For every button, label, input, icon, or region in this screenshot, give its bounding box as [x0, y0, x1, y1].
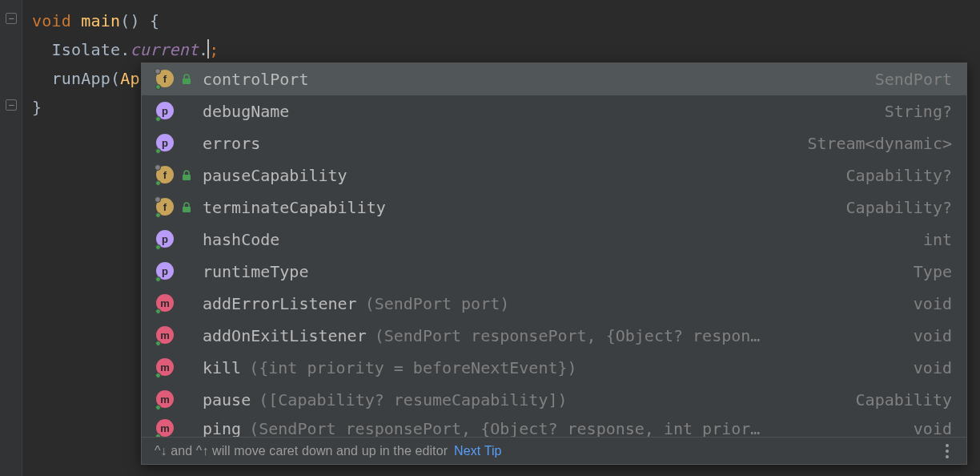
completion-item[interactable]: maddOnExitListener(SendPort responsePort…: [142, 320, 966, 352]
fold-icon[interactable]: −: [6, 13, 17, 24]
p-icon: p: [156, 262, 175, 281]
p-icon: p: [156, 230, 175, 249]
m-icon: m: [156, 294, 175, 313]
function-name: main: [81, 11, 120, 30]
m-icon: m: [156, 326, 175, 345]
svg-rect-1: [183, 175, 191, 180]
p-icon: p: [156, 134, 175, 153]
keyword: void: [32, 11, 71, 30]
p-icon: p: [156, 102, 175, 121]
semicolon: ;: [209, 40, 219, 59]
completion-item[interactable]: pdebugNameString?: [142, 95, 966, 127]
completion-item[interactable]: maddErrorListener(SendPort port)void: [142, 288, 966, 320]
call: runApp: [51, 69, 110, 88]
property: current: [130, 40, 199, 59]
completion-return-type: SendPort: [861, 70, 952, 89]
completion-name: kill: [203, 358, 241, 377]
completion-item[interactable]: perrorsStream<dynamic>: [142, 127, 966, 159]
brace: }: [32, 98, 42, 117]
completion-item[interactable]: fpauseCapabilityCapability?: [142, 159, 966, 192]
f-icon: f: [156, 198, 175, 217]
completion-name: controlPort: [203, 70, 308, 89]
completion-item[interactable]: fcontrolPortSendPort: [142, 63, 966, 95]
lock-icon: [180, 201, 193, 214]
completion-item[interactable]: mping(SendPort responsePort, {Object? re…: [142, 416, 966, 437]
editor-gutter: − −: [0, 0, 22, 476]
completion-return-type: String?: [870, 102, 952, 121]
m-icon: m: [156, 358, 175, 377]
completion-params: (SendPort port): [365, 294, 510, 313]
completion-item[interactable]: fterminateCapabilityCapability?: [142, 192, 966, 224]
completion-item[interactable]: mkill({int priority = beforeNextEvent})v…: [142, 352, 966, 384]
svg-rect-0: [183, 79, 191, 84]
completion-params: (SendPort responsePort, {Object? respons…: [249, 419, 760, 437]
completion-return-type: void: [899, 294, 952, 313]
completion-params: ({int priority = beforeNextEvent}): [249, 358, 576, 377]
f-icon: f: [156, 70, 175, 89]
completion-params: ([Capability? resumeCapability]): [259, 390, 567, 409]
m-icon: m: [156, 419, 175, 437]
f-icon: f: [156, 166, 175, 185]
completion-list: fcontrolPortSendPortpdebugNameString?per…: [142, 63, 966, 437]
fold-icon[interactable]: −: [6, 99, 17, 111]
completion-item[interactable]: phashCodeint: [142, 224, 966, 256]
next-tip-link[interactable]: Next Tip: [454, 444, 502, 458]
completion-name: errors: [203, 134, 260, 153]
svg-rect-2: [183, 207, 191, 212]
completion-footer: ^↓ and ^↑ will move caret down and up in…: [142, 437, 966, 464]
completion-item[interactable]: mpause([Capability? resumeCapability])Ca…: [142, 384, 966, 416]
completion-return-type: void: [899, 419, 952, 437]
m-icon: m: [156, 390, 175, 409]
completion-name: runtimeType: [203, 262, 308, 281]
completion-popup: fcontrolPortSendPortpdebugNameString?per…: [141, 63, 967, 465]
lock-icon: [180, 169, 193, 182]
completion-params: (SendPort responsePort, {Object? respon…: [375, 326, 761, 345]
footer-hint: ^↓ and ^↑ will move caret down and up in…: [155, 444, 448, 458]
completion-return-type: Type: [899, 262, 952, 281]
completion-name: ping: [203, 419, 241, 437]
completion-name: pauseCapability: [203, 166, 347, 185]
completion-return-type: void: [899, 358, 952, 377]
completion-name: pause: [203, 390, 251, 409]
more-icon[interactable]: [938, 441, 957, 462]
completion-return-type: Capability?: [832, 198, 952, 217]
completion-return-type: int: [909, 230, 952, 249]
completion-name: addErrorListener: [203, 294, 357, 313]
completion-name: hashCode: [203, 230, 279, 249]
completion-return-type: Stream<dynamic>: [793, 134, 952, 153]
dot: .: [120, 40, 130, 59]
completion-item[interactable]: pruntimeTypeType: [142, 256, 966, 288]
parens: (): [120, 11, 139, 30]
paren: (: [110, 69, 120, 88]
completion-name: debugName: [203, 102, 289, 121]
completion-name: terminateCapability: [203, 198, 386, 217]
class-ref: Isolate: [51, 40, 120, 59]
completion-return-type: Capability?: [832, 166, 952, 185]
lock-icon: [180, 73, 193, 86]
completion-return-type: Capability: [841, 390, 952, 409]
brace: {: [140, 11, 159, 30]
completion-return-type: void: [899, 326, 952, 345]
completion-name: addOnExitListener: [203, 326, 367, 345]
